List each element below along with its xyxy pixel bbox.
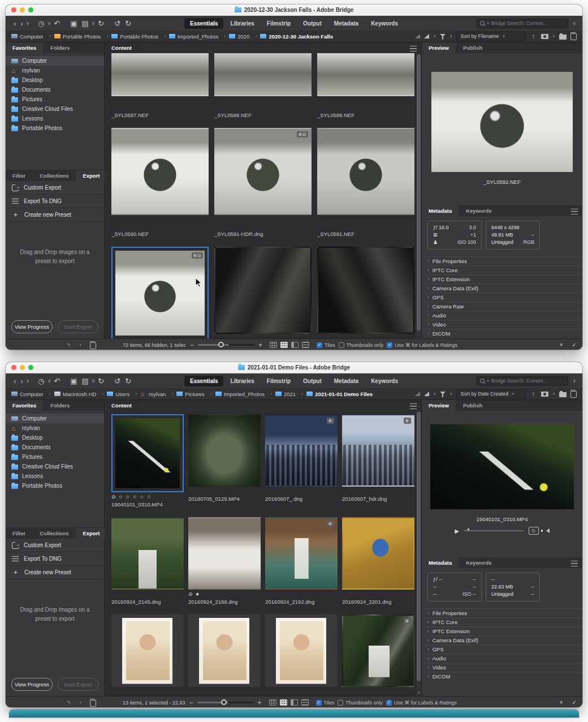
search-menu-icon[interactable]: ∨ (486, 379, 489, 383)
cancel-icon[interactable]: × (560, 342, 563, 348)
filter-rating-icon[interactable] (424, 392, 429, 396)
filter-rating-menu-icon[interactable]: ∨ (433, 392, 436, 396)
new-folder-icon[interactable] (559, 392, 567, 397)
boomerang-icon[interactable]: ↶ (51, 377, 62, 385)
nav-menu-icon[interactable]: ∨ (25, 20, 31, 27)
workspace-tab[interactable]: Keywords (365, 18, 404, 29)
start-export-button[interactable]: Start Export (58, 678, 99, 691)
breadcrumb-item[interactable]: Computer › (11, 33, 54, 40)
workspace-tab[interactable]: Filmstrip (261, 18, 296, 29)
workspace-tab[interactable]: Metadata (328, 376, 364, 386)
export-preset[interactable]: Create new Preset (6, 208, 104, 222)
panel-tab[interactable]: Keywords (459, 205, 498, 216)
metadata-section[interactable]: › IPTC Extension (422, 626, 582, 635)
new-folder-icon[interactable] (559, 35, 567, 40)
sidebar-item[interactable]: Portable Photos (6, 123, 104, 133)
filter-funnel-icon[interactable] (440, 34, 446, 37)
filter-rating-menu-icon[interactable]: ∨ (433, 34, 436, 38)
back-icon[interactable]: ‹ (11, 377, 18, 385)
export-preset[interactable]: Export To DNG (6, 552, 104, 566)
breadcrumb-item[interactable]: 2020 › (229, 33, 260, 40)
rating-stars[interactable]: ⊘ ☆ ☆ ☆ ☆ ☆ (111, 494, 184, 500)
rotate-right-icon[interactable]: ↻ (123, 377, 133, 385)
thumbnail-image[interactable]: ⚙⊡ (111, 247, 209, 338)
file-thumbnail[interactable]: _SYL0591.NEF (317, 128, 414, 238)
slider-thumb[interactable] (218, 342, 224, 347)
grid-view-icon[interactable] (270, 342, 277, 348)
recent-menu-icon[interactable]: ∨ (47, 20, 52, 27)
workspace-overflow-icon[interactable]: ∨ (572, 377, 577, 385)
panel-tab[interactable]: Preview (422, 400, 456, 411)
file-thumbnail[interactable]: _SYL0589.NEF (317, 53, 414, 119)
panel-tab[interactable]: Collections (33, 170, 75, 181)
thumbnail-image[interactable]: ⚙ (342, 614, 414, 687)
thumbnail-image[interactable] (317, 247, 414, 334)
sidebar-item[interactable]: Creative Cloud Files (6, 462, 104, 471)
list-view-icon[interactable] (302, 342, 309, 348)
filter-funnel-icon[interactable] (440, 392, 446, 394)
view-progress-button[interactable]: View Progress (11, 678, 53, 691)
export-preset[interactable]: Create new Preset (6, 566, 104, 579)
breadcrumb-item[interactable]: 2021 › (275, 391, 306, 397)
edit-pencil-icon[interactable]: ✎ (67, 342, 71, 348)
zoom-in-icon[interactable]: + (258, 341, 262, 349)
metadata-section[interactable]: › IPTC Core (422, 617, 582, 626)
commit-icon[interactable]: ✓ (572, 699, 577, 706)
file-thumbnail[interactable]: ⚙ 20180224_3163.JPG (342, 614, 414, 696)
zoom-in-icon[interactable]: + (258, 699, 262, 707)
forward-icon[interactable]: › (18, 20, 25, 27)
file-thumbnail[interactable]: ⚙ 20160607_hdr.dng (342, 414, 414, 508)
metadata-section[interactable]: › Audio (422, 654, 582, 663)
scrubber-thumb[interactable]: ▲ (466, 527, 470, 531)
thumbnail-image[interactable]: ⚙⊡ (214, 128, 312, 215)
panel-tab[interactable]: Keywords (459, 557, 498, 568)
filter-rating-icon[interactable] (424, 34, 429, 38)
thumbnail-grid-viewport[interactable]: ⊘ ☆ ☆ ☆ ☆ ☆ 19040101_0310.MP4 (105, 411, 421, 696)
checkbox-icon[interactable] (339, 342, 344, 348)
rotate-left-icon[interactable]: ↺ (112, 20, 123, 27)
workspace-tab[interactable]: Libraries (225, 18, 260, 29)
recent-items-icon[interactable]: ◷ (36, 20, 46, 27)
video-scrubber[interactable]: ▲ (464, 530, 524, 531)
filter-rating-min-icon[interactable] (415, 392, 420, 396)
search-input[interactable]: ∨ Bridge Search: Current... (477, 19, 568, 28)
list-view-icon[interactable] (301, 699, 309, 706)
panel-tab[interactable]: Favorites (6, 400, 43, 411)
thumbnail-size-slider[interactable] (198, 344, 254, 346)
sidebar-item[interactable]: Pictures (6, 94, 104, 104)
thumbnail-image[interactable] (111, 53, 209, 96)
delete-icon[interactable] (90, 700, 96, 707)
file-thumbnail[interactable] (317, 247, 414, 338)
sidebar-item[interactable]: Lessons (6, 471, 104, 481)
camera-raw-icon[interactable] (541, 392, 548, 397)
panel-tab[interactable]: Folders (44, 400, 76, 411)
tab-content[interactable]: Content (105, 400, 139, 411)
status-checkbox[interactable]: Thumbnails only (338, 700, 383, 706)
thumbnail-image[interactable] (111, 414, 184, 492)
file-thumbnail[interactable]: ⊘ ★ 20160924_2186.dng (188, 517, 261, 605)
thumbnail-image[interactable]: ⚙ (342, 414, 414, 487)
thumbnail-grid-viewport[interactable]: _SYL0587.NEF _SYL0588.NEF (105, 53, 421, 338)
file-thumbnail[interactable]: ⊘ ☆ ☆ ☆ ☆ ☆ 19040101_0310.MP4 (111, 414, 184, 508)
close-button[interactable] (11, 365, 16, 370)
workspace-overflow-icon[interactable]: ∨ (572, 20, 577, 27)
refresh-icon[interactable]: ↻ (96, 377, 106, 385)
minimize-button[interactable] (20, 7, 25, 12)
metadata-section[interactable]: › DICOM (422, 672, 582, 681)
tab-content[interactable]: Content (105, 42, 139, 53)
workspace-tab[interactable]: Output (297, 18, 327, 29)
scrollbar-thumb[interactable] (417, 412, 421, 681)
breadcrumb-item[interactable]: rsylvan › (140, 391, 176, 397)
sidebar-item[interactable]: Portable Photos (6, 481, 104, 491)
file-thumbnail[interactable]: _SYL0588.NEF (214, 53, 312, 119)
thumbnail-image[interactable] (111, 128, 209, 215)
metadata-section[interactable]: › File Properties (422, 256, 582, 265)
file-thumbnail[interactable]: 20160924_2201.dng (342, 517, 414, 605)
thumbnail-image[interactable] (342, 517, 414, 590)
metadata-section[interactable]: › Video (422, 663, 582, 672)
search-menu-icon[interactable]: ∨ (486, 21, 489, 25)
refresh-icon[interactable]: ↻ (96, 20, 106, 27)
file-thumbnail[interactable]: ⚙ 20160607_.dng (265, 414, 338, 508)
status-checkbox[interactable]: Tiles (317, 342, 335, 348)
breadcrumb-item[interactable]: Portable Photos › (111, 33, 169, 40)
